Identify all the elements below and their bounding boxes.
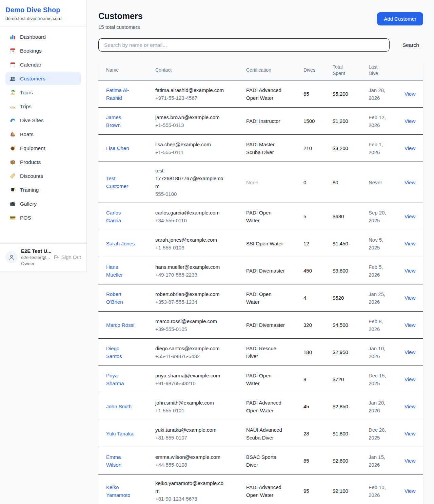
- last-dive-cell: Jan 28, 2026: [369, 86, 405, 102]
- customer-name-link[interactable]: Keiko Yamamoto: [106, 483, 135, 499]
- sidebar-item-trips[interactable]: Trips: [5, 100, 81, 113]
- user-name: E2E Test U...: [21, 248, 50, 254]
- customer-name-link[interactable]: James Brown: [106, 113, 135, 129]
- view-link[interactable]: View: [405, 431, 415, 436]
- search-bar: Search: [98, 38, 423, 52]
- last-dive-value: Feb 1, 2026: [369, 141, 393, 156]
- customer-name-link[interactable]: Marco Rossi: [106, 321, 134, 329]
- customer-name-link[interactable]: Test Customer: [106, 174, 135, 190]
- sidebar-item-label: Discounts: [20, 173, 43, 179]
- sidebar-item-label: Equipment: [20, 145, 45, 151]
- dives-count: 180: [303, 348, 333, 356]
- table-row: Test Customertest-1772681807767@example.…: [98, 162, 423, 203]
- customer-name-cell: Emma Wilson: [106, 453, 155, 469]
- customer-name-link[interactable]: Hans Mueller: [106, 263, 135, 279]
- sidebar-item-products[interactable]: Products: [5, 156, 81, 168]
- view-link[interactable]: View: [405, 295, 415, 301]
- certification-cell: PADI Open Water: [246, 372, 303, 387]
- dives-count: 65: [303, 90, 333, 98]
- graduation-cap-icon: [9, 187, 16, 193]
- view-link[interactable]: View: [405, 404, 415, 409]
- customer-name-link[interactable]: Lisa Chen: [106, 144, 129, 152]
- last-dive-cell: Jan 15, 2026: [369, 453, 405, 469]
- sign-out-label: Sign Out: [61, 254, 81, 260]
- sidebar-item-label: Gallery: [20, 201, 37, 207]
- customer-email: sarah.jones@example.com: [155, 236, 226, 244]
- last-dive-cell: Dec 15, 2025: [369, 372, 405, 387]
- actions-cell: View: [405, 294, 419, 302]
- last-dive-value: Dec 28, 2025: [369, 426, 393, 442]
- sidebar-item-discounts[interactable]: Discounts: [5, 170, 81, 182]
- customer-name-cell: Yuki Tanaka: [106, 430, 155, 437]
- sidebar-item-label: Bookings: [20, 48, 42, 54]
- view-link[interactable]: View: [405, 488, 415, 494]
- table-row: Yuki Tanakayuki.tanaka@example.com+81-55…: [98, 420, 423, 447]
- certification-value: NAUI Advanced Scuba Diver: [246, 426, 286, 442]
- table-row: Carlos Garciacarlos.garcia@example.com+3…: [98, 203, 423, 230]
- search-button[interactable]: Search: [398, 39, 423, 51]
- last-dive-value: Nov 5, 2025: [369, 236, 393, 251]
- customer-email: lisa.chen@example.com: [155, 141, 226, 148]
- calendar-icon: [9, 61, 16, 68]
- search-input[interactable]: [98, 38, 390, 52]
- customer-name-link[interactable]: Robert O'Brien: [106, 290, 135, 306]
- customer-name-link[interactable]: John Smith: [106, 403, 132, 410]
- customer-name-link[interactable]: Yuki Tanaka: [106, 430, 134, 437]
- actions-cell: View: [405, 267, 419, 275]
- sidebar-item-label: Products: [20, 159, 41, 165]
- package-icon: [9, 159, 16, 165]
- view-link[interactable]: View: [405, 458, 415, 464]
- view-link[interactable]: View: [405, 180, 415, 185]
- customer-contact-cell: fatima.alrashid@example.com+971-55-123-4…: [155, 86, 246, 102]
- view-link[interactable]: View: [405, 241, 415, 246]
- sidebar-item-bookings[interactable]: 17Bookings: [5, 44, 81, 57]
- last-dive-value: Dec 15, 2025: [369, 372, 393, 387]
- dives-count: 4: [303, 294, 333, 302]
- sidebar-item-customers[interactable]: Customers: [5, 72, 81, 85]
- customer-name-link[interactable]: Diego Santos: [106, 344, 135, 360]
- view-link[interactable]: View: [405, 376, 415, 382]
- customer-name-link[interactable]: Fatima Al-Rashid: [106, 86, 135, 102]
- dives-count: 12: [303, 240, 333, 247]
- view-link[interactable]: View: [405, 213, 415, 219]
- certification-value: PADI Divemaster: [246, 267, 285, 275]
- sidebar-item-boats[interactable]: Boats: [5, 128, 81, 141]
- sidebar-item-dashboard[interactable]: Dashboard: [5, 31, 81, 43]
- customer-name-link[interactable]: Sarah Jones: [106, 240, 135, 247]
- last-dive-cell: Jan 20, 2026: [369, 399, 405, 414]
- sidebar-item-training[interactable]: Training: [5, 184, 81, 196]
- customer-phone: +971-55-123-4567: [155, 94, 243, 102]
- sidebar-item-equipment[interactable]: Equipment: [5, 142, 81, 154]
- sidebar-item-gallery[interactable]: Gallery: [5, 198, 81, 210]
- actions-cell: View: [405, 179, 419, 186]
- sidebar-item-pos[interactable]: POS: [5, 211, 81, 224]
- sidebar-item-label: POS: [20, 215, 31, 221]
- sidebar-item-tours[interactable]: Tours: [5, 86, 81, 99]
- customer-name-link[interactable]: Priya Sharma: [106, 372, 135, 387]
- sidebar-item-dive-sites[interactable]: Dive Sites: [5, 114, 81, 127]
- view-link[interactable]: View: [405, 145, 415, 151]
- add-customer-button[interactable]: Add Customer: [377, 12, 423, 25]
- view-link[interactable]: View: [405, 91, 415, 97]
- total-spent: $2,950: [333, 348, 369, 356]
- svg-text:17: 17: [12, 50, 14, 53]
- customer-name-link[interactable]: Emma Wilson: [106, 453, 135, 469]
- column-header-certification: Certification: [246, 67, 303, 73]
- customer-email: fatima.alrashid@example.com: [155, 86, 226, 94]
- customer-name-link[interactable]: Carlos Garcia: [106, 209, 135, 224]
- view-link[interactable]: View: [405, 118, 415, 124]
- sign-out-button[interactable]: Sign Out: [53, 254, 81, 260]
- sidebar-item-calendar[interactable]: Calendar: [5, 58, 81, 71]
- actions-cell: View: [405, 348, 419, 356]
- total-spent: $0: [333, 179, 369, 186]
- view-link[interactable]: View: [405, 268, 415, 274]
- view-link[interactable]: View: [405, 349, 415, 355]
- customer-contact-cell: marco.rossi@example.com+39-555-0105: [155, 317, 246, 333]
- last-dive-value: Sep 20, 2025: [369, 209, 393, 224]
- certification-cell: PADI Divemaster: [246, 321, 303, 329]
- total-spent: $2,600: [333, 457, 369, 465]
- customer-phone: +1-555-0103: [155, 244, 243, 251]
- view-link[interactable]: View: [405, 322, 415, 328]
- last-dive-cell: Sep 20, 2025: [369, 209, 405, 224]
- certification-cell: PADI Rescue Diver: [246, 344, 303, 360]
